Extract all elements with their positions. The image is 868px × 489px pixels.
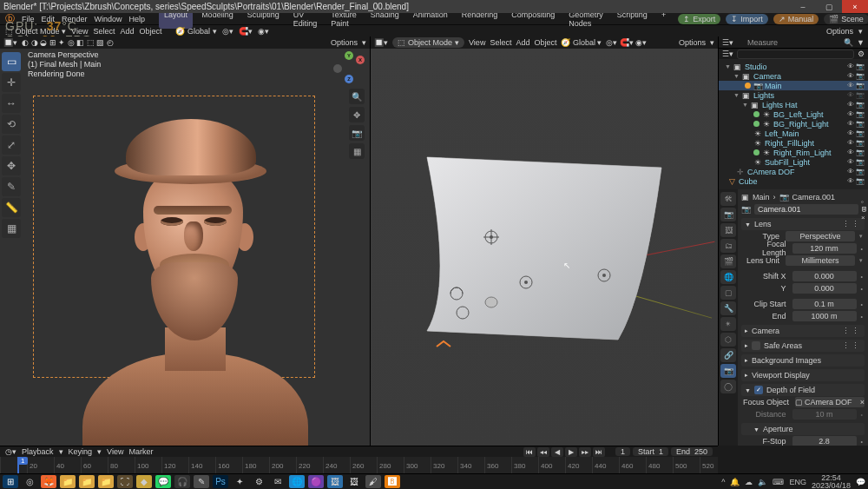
outliner-row[interactable]: ☀Left_Main👁📷 [719, 129, 868, 138]
outliner-row[interactable]: ▼▣Lights👁📷 [719, 90, 868, 100]
section-viewport-display[interactable]: ▸Viewport Display [741, 369, 865, 381]
tl-marker[interactable]: Marker [128, 447, 153, 456]
outliner-filter[interactable]: ▼ [857, 38, 865, 47]
section-bg-images[interactable]: ▸Background Images [741, 354, 865, 367]
r-menu-add[interactable]: Add [516, 38, 529, 47]
proptab-viewlayer[interactable]: 🗂 [720, 239, 736, 253]
tray-lang[interactable]: ENG [789, 478, 806, 486]
proptab-tool[interactable]: 🛠 [720, 192, 736, 206]
camera-name-field[interactable] [754, 204, 858, 215]
lens-unit-select[interactable]: Millimeters [786, 255, 855, 266]
r-orient[interactable]: 🧭 Global ▾ [561, 38, 602, 47]
proptab-scene[interactable]: 🎬 [720, 254, 736, 268]
task-icon[interactable]: 🖼 [327, 475, 343, 488]
tool-cursor[interactable]: ✛ [2, 73, 21, 92]
proptab-particles[interactable]: ✴ [720, 317, 736, 331]
tray-notif-icon[interactable]: 🔔 [730, 478, 740, 486]
light-icon[interactable] [449, 286, 464, 301]
proptab-physics[interactable]: ⬡ [720, 333, 736, 347]
r-menu-object[interactable]: Object [534, 38, 556, 47]
editor-type-icon[interactable]: 🔲▾ [3, 38, 17, 47]
task-icon[interactable]: ✎ [194, 475, 209, 488]
outliner-type-icon2[interactable]: ☰▾ [722, 50, 733, 58]
timeline[interactable]: ◷▾ Playback▾ Keying▾ View Marker ⏮ ◂◂ ◀ … [0, 446, 718, 473]
perspective-toggle-icon[interactable]: ▦ [349, 143, 365, 159]
proptab-modifier[interactable]: 🔧 [720, 301, 736, 315]
focal-length-field[interactable]: 120 mm [792, 243, 857, 254]
left-options[interactable]: Options [331, 38, 358, 47]
tray-action-center-icon[interactable]: 💬 [856, 478, 865, 486]
tray-chevron-icon[interactable]: ^ [721, 478, 725, 486]
camera-view-icon[interactable]: 📷 [349, 125, 365, 141]
task-icon[interactable]: ◆ [136, 475, 152, 488]
end-frame-field[interactable]: End 250 [671, 447, 713, 456]
outliner-type-icon[interactable]: ☰▾ [722, 38, 733, 47]
orientation-select[interactable]: 🧭 Global ▾ [175, 27, 216, 36]
menu-window[interactable]: Window [95, 15, 122, 23]
r-snap-cluster[interactable]: ◎▾ 🧲▾ ◉▾ [606, 38, 647, 47]
tray-volume-icon[interactable]: 🔈 [758, 478, 767, 486]
tl-playback[interactable]: Playback [22, 447, 54, 456]
tray-ime-icon[interactable]: ⌨ [773, 478, 784, 486]
menu-select2[interactable]: Select [93, 27, 115, 36]
outliner-row[interactable]: ☀Right_Rim_Light👁📷 [719, 148, 868, 157]
tool-move[interactable]: ↔ [2, 94, 21, 113]
menu-add2[interactable]: Add [120, 27, 134, 36]
play-button[interactable]: ▶ [565, 447, 577, 457]
light-icon[interactable] [455, 305, 470, 320]
section-safe-areas[interactable]: ▸Safe Areas⋮⋮ [741, 340, 865, 352]
task-firefox-icon[interactable]: 🦊 [41, 475, 56, 488]
task-icon[interactable]: ✉ [270, 475, 286, 488]
overlay-toggles[interactable]: ◐ ◑ ◒ ⊞ ✦ ◎ ◧ ⬚ ▧ ◴ [22, 38, 114, 47]
playhead[interactable]: 1 [17, 457, 19, 474]
scene-selector[interactable]: 🎬 Scene [824, 14, 868, 24]
import-button[interactable]: ↧ Import [726, 14, 768, 24]
task-icon[interactable]: 🖼 [346, 475, 362, 488]
section-dof[interactable]: ▼✓Depth of Field [741, 384, 865, 396]
section-camera[interactable]: ▸Camera⋮⋮ [741, 325, 865, 337]
task-whatsapp-icon[interactable]: 💬 [155, 475, 171, 488]
editor-type-icon-r[interactable]: 🔲▾ [374, 38, 388, 47]
proptab-constraints[interactable]: 🔗 [720, 348, 736, 362]
start-frame-field[interactable]: Start 1 [633, 447, 668, 456]
outliner-tree[interactable]: ▼▣Studio👁📷▼▣Camera👁📷 📷Main👁📷▼▣Lights👁📷▼▣… [719, 59, 868, 189]
viewport-right[interactable]: 🔲▾ ⬚ Object Mode ▾ View Select Add Objec… [371, 36, 718, 446]
light-icon[interactable] [518, 274, 534, 290]
jump-start-button[interactable]: ⏮ [523, 447, 536, 457]
menu-object2[interactable]: Object [139, 27, 161, 36]
tool-annotate[interactable]: ✎ [2, 177, 21, 196]
outliner-row[interactable]: ☀BG_Left_Light👁📷 [719, 109, 868, 119]
shift-y-field[interactable]: 0.000 [792, 283, 857, 294]
snap-toggle[interactable]: 🧲▾ [239, 27, 253, 36]
clip-end-field[interactable]: 1000 m [792, 311, 857, 321]
proptab-object[interactable]: ▢ [720, 286, 736, 300]
minimize-button[interactable]: – [790, 0, 816, 13]
r-menu-view[interactable]: View [469, 38, 485, 47]
current-frame-field[interactable]: 1 [615, 447, 630, 456]
task-icon[interactable]: ⛶ [117, 475, 133, 488]
section-aperture[interactable]: ▼Aperture [741, 423, 865, 435]
timeline-track[interactable]: 2040608010012014016018020022024026028030… [0, 457, 718, 474]
task-icon[interactable]: 🎧 [174, 475, 190, 488]
outliner-row[interactable]: ☀Right_FillLight👁📷 [719, 138, 868, 148]
prev-key-button[interactable]: ◂◂ [537, 447, 549, 457]
filter-icon[interactable]: ⚙ [858, 50, 865, 58]
proptab-data-camera[interactable]: 📷 [720, 364, 736, 378]
task-icon[interactable]: 🌐 [289, 475, 305, 488]
outliner-row[interactable]: ▼▣Lights Hat👁📷 [719, 100, 868, 109]
proportional-toggle[interactable]: ◉▾ [258, 27, 269, 36]
tool-addcube[interactable]: ▦ [2, 219, 21, 238]
r-options[interactable]: Options [679, 38, 706, 47]
axis-gizmo-left[interactable]: X Y Z 🔍 ✥ 📷 ▦ [333, 52, 365, 159]
shift-x-field[interactable]: 0.000 [792, 271, 857, 281]
outliner-row[interactable]: ☀BG_Right_Light👁📷 [719, 119, 868, 129]
tl-view[interactable]: View [107, 447, 123, 456]
tool-select-box[interactable]: ▭ [2, 52, 21, 71]
task-explorer-icon[interactable]: 📁 [60, 475, 76, 488]
start-button[interactable]: ⊞ [3, 475, 18, 488]
light-icon[interactable] [596, 268, 612, 283]
outliner-row[interactable]: ✛CAmera DOF👁📷 [719, 167, 868, 176]
next-key-button[interactable]: ▸▸ [579, 447, 591, 457]
proptab-output[interactable]: 🖼 [720, 223, 736, 237]
proptab-render[interactable]: 📷 [720, 208, 736, 221]
